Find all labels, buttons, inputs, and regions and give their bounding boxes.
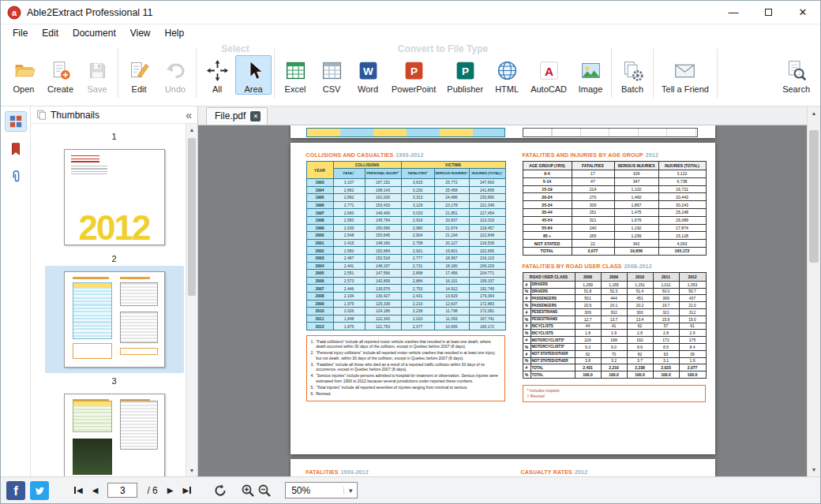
- table-cell: 347: [614, 177, 658, 185]
- zoom-out-button[interactable]: [256, 482, 272, 498]
- convert-powerpoint-label: PowerPoint: [392, 84, 436, 94]
- table-cell: 3.8: [575, 357, 601, 364]
- convert-word-button[interactable]: W Word: [350, 55, 386, 95]
- last-page-button[interactable]: ▶: [182, 486, 191, 495]
- table-cell: 2,487: [333, 254, 365, 262]
- toolbar-separator: [118, 48, 118, 98]
- twitter-button[interactable]: [30, 481, 49, 500]
- convert-excel-button[interactable]: Excel: [277, 55, 313, 95]
- tab-close-icon[interactable]: ✕: [250, 111, 261, 121]
- document-tab[interactable]: File.pdf ✕: [206, 107, 268, 125]
- page-number-input[interactable]: [107, 483, 137, 498]
- table-cell: TOTAL: [523, 247, 572, 255]
- table-cell: 20.1: [601, 302, 627, 309]
- table-cell: 2,980: [401, 224, 434, 232]
- menu-item-edit[interactable]: Edit: [35, 26, 66, 40]
- create-button[interactable]: Create: [42, 55, 79, 95]
- close-icon: ✕: [799, 6, 808, 18]
- menu-item-help[interactable]: Help: [158, 26, 192, 40]
- zoom-in-button[interactable]: [239, 482, 256, 498]
- table-cell: 45-54: [523, 216, 572, 224]
- table-cell: 142,899: [365, 277, 401, 285]
- table-row: 20052,551147,5662,89817,456204,771: [306, 270, 505, 278]
- table-cell: 501: [575, 295, 601, 302]
- table-cell: 1995: [306, 194, 333, 202]
- table-cell: 35-44: [523, 208, 572, 216]
- table-row: 20102,026124,1862,23811,798172,081: [306, 308, 505, 315]
- bookmarks-panel-button[interactable]: [5, 139, 27, 159]
- scrollbar-thumb[interactable]: [188, 138, 196, 296]
- next-page-button[interactable]: ▶: [167, 486, 174, 495]
- table-cell: 1.9: [601, 330, 627, 337]
- table-cell: 6,738: [658, 177, 706, 185]
- rotate-button[interactable]: [212, 482, 228, 498]
- image-picture-icon: [579, 58, 602, 83]
- table-cell: 21,674: [434, 224, 469, 232]
- first-page-button[interactable]: ◀: [74, 486, 83, 495]
- next-page-icon: ▶: [167, 486, 174, 495]
- table-cell: PEDESTRIANS: [530, 308, 575, 315]
- menu-item-document[interactable]: Document: [66, 26, 123, 40]
- work-area: Thumbnails « 1 2012 2: [1, 106, 820, 476]
- zoom-level-select[interactable]: 50% ▾: [285, 482, 358, 498]
- scrollbar-thumb[interactable]: [809, 130, 819, 263]
- select-all-button[interactable]: All: [199, 55, 235, 95]
- table-cell: 70: [601, 350, 627, 357]
- table-cell: 1,259: [575, 281, 601, 288]
- tell-a-friend-button[interactable]: Tell a Friend: [656, 55, 714, 95]
- convert-html-label: HTML: [495, 84, 519, 94]
- convert-html-button[interactable]: HTML: [489, 55, 525, 95]
- menu-item-file[interactable]: File: [6, 26, 35, 40]
- table-cell: 2,077: [679, 364, 706, 371]
- select-area-button[interactable]: Area: [235, 55, 272, 95]
- next-page-right-title: CASUALTY RATES2012: [521, 469, 588, 475]
- search-button[interactable]: Search: [777, 55, 815, 95]
- edit-button[interactable]: Edit: [121, 55, 157, 95]
- thumbnail-page-2[interactable]: [45, 266, 184, 373]
- toolbar: Open Create Save Edit Undo Select: [1, 42, 820, 106]
- table-cell: 217,454: [469, 209, 505, 217]
- facebook-button[interactable]: f: [6, 481, 25, 500]
- document-canvas[interactable]: COLLISIONS AND CASUALTIES1993-2012 YEAR …: [198, 125, 807, 476]
- convert-autocad-button[interactable]: A AutoCAD: [525, 55, 572, 95]
- scroll-down-icon[interactable]: ▼: [808, 463, 820, 476]
- previous-page-button[interactable]: ◀: [92, 486, 99, 495]
- thumbnail-page-1[interactable]: 2012: [45, 144, 184, 251]
- maximize-button[interactable]: [751, 1, 785, 24]
- close-button[interactable]: ✕: [785, 1, 820, 24]
- table-header-cell: SERIOUS INJURIES: [614, 162, 658, 170]
- thumbnails-scrollbar[interactable]: ▲ ▼: [186, 124, 197, 476]
- batch-button[interactable]: Batch: [614, 55, 650, 95]
- publisher-icon: P: [454, 58, 477, 83]
- table-cell: 3.7: [627, 357, 653, 364]
- table-cell: MOTORCYCLISTS*: [530, 343, 575, 350]
- table-cell: 1998: [306, 216, 333, 224]
- table-cell: 19.7: [653, 302, 679, 309]
- attachments-panel-button[interactable]: [5, 166, 27, 187]
- table-cell: #: [523, 364, 530, 371]
- convert-image-button[interactable]: Image: [572, 55, 609, 95]
- minimize-button[interactable]: —: [716, 1, 751, 24]
- convert-powerpoint-button[interactable]: P PowerPoint: [386, 55, 441, 95]
- convert-group-label: Convert to File Type: [398, 43, 488, 55]
- collapse-panel-button[interactable]: «: [186, 110, 192, 121]
- thumbnails-list: 1 2012 2: [31, 124, 197, 476]
- scroll-up-icon[interactable]: ▲: [808, 106, 820, 120]
- scroll-up-icon[interactable]: ▲: [186, 124, 197, 136]
- table-cell: NOT STATED/OTHER: [530, 350, 575, 357]
- convert-publisher-button[interactable]: P Publisher: [441, 55, 489, 95]
- thumbnail-page-3[interactable]: [45, 388, 184, 476]
- scroll-down-icon[interactable]: ▼: [186, 465, 197, 476]
- thumbnails-panel-button[interactable]: [5, 111, 27, 132]
- open-button[interactable]: Open: [6, 55, 42, 95]
- table-cell: 1994: [306, 186, 333, 194]
- table-cell: #: [523, 281, 530, 288]
- menu-item-view[interactable]: View: [123, 26, 158, 40]
- table-cell: MOTORCYCLISTS*: [530, 337, 575, 344]
- table-cell: 251: [572, 208, 614, 216]
- document-scrollbar[interactable]: ▲ ▼: [807, 106, 820, 476]
- table-row: #BICYCLISTS4441625761: [523, 323, 706, 330]
- convert-csv-button[interactable]: CSV: [313, 55, 350, 95]
- table-cell: 1,475: [614, 208, 658, 216]
- table-cell: 2002: [306, 247, 333, 255]
